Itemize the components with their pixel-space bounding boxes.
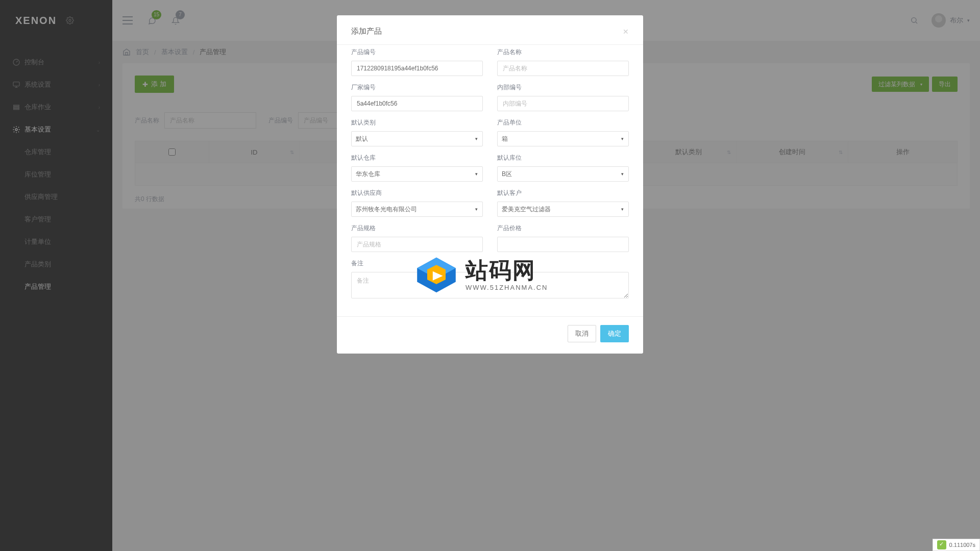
input-spec[interactable]	[351, 237, 483, 252]
select-unit[interactable]: 箱	[497, 131, 629, 146]
label-remark: 备注	[351, 259, 629, 268]
label-price: 产品价格	[497, 224, 629, 233]
input-internal-code[interactable]	[497, 96, 629, 111]
modal-footer: 取消 确定	[337, 316, 643, 354]
label-supplier: 默认供应商	[351, 189, 483, 197]
select-warehouse[interactable]: 华东仓库	[351, 166, 483, 182]
select-supplier[interactable]: 苏州牧冬光电有限公司	[351, 202, 483, 217]
ok-button[interactable]: 确定	[600, 325, 629, 342]
input-vendor-code[interactable]	[351, 96, 483, 111]
label-spec: 产品规格	[351, 224, 483, 233]
label-vendor-code: 厂家编号	[351, 83, 483, 92]
leaf-icon	[937, 540, 946, 549]
input-product-code[interactable]	[351, 61, 483, 76]
modal-header: 添加产品 ✕	[337, 15, 643, 44]
label-category: 默认类别	[351, 118, 483, 127]
ok-label: 确定	[608, 329, 621, 338]
input-price[interactable]	[497, 237, 629, 252]
textarea-remark[interactable]	[351, 272, 629, 298]
add-product-modal: 添加产品 ✕ 产品编号 产品名称 厂家编号 内部编号	[337, 15, 643, 354]
perf-badge: 0.111007s	[933, 539, 980, 551]
label-product-code: 产品编号	[351, 48, 483, 57]
input-product-name[interactable]	[497, 61, 629, 76]
label-warehouse: 默认仓库	[351, 154, 483, 162]
label-internal-code: 内部编号	[497, 83, 629, 92]
label-location: 默认库位	[497, 154, 629, 162]
close-icon[interactable]: ✕	[623, 28, 629, 36]
select-location[interactable]: B区	[497, 166, 629, 182]
select-category[interactable]: 默认	[351, 131, 483, 146]
cancel-label: 取消	[575, 329, 589, 338]
modal-title: 添加产品	[351, 27, 382, 36]
label-unit: 产品单位	[497, 118, 629, 127]
cancel-button[interactable]: 取消	[568, 325, 596, 342]
label-customer: 默认客户	[497, 189, 629, 197]
modal-body: 产品编号 产品名称 厂家编号 内部编号 默认类别 默认	[337, 44, 643, 316]
label-product-name: 产品名称	[497, 48, 629, 57]
select-customer[interactable]: 爱美克空气过滤器	[497, 202, 629, 217]
perf-time: 0.111007s	[949, 542, 975, 548]
